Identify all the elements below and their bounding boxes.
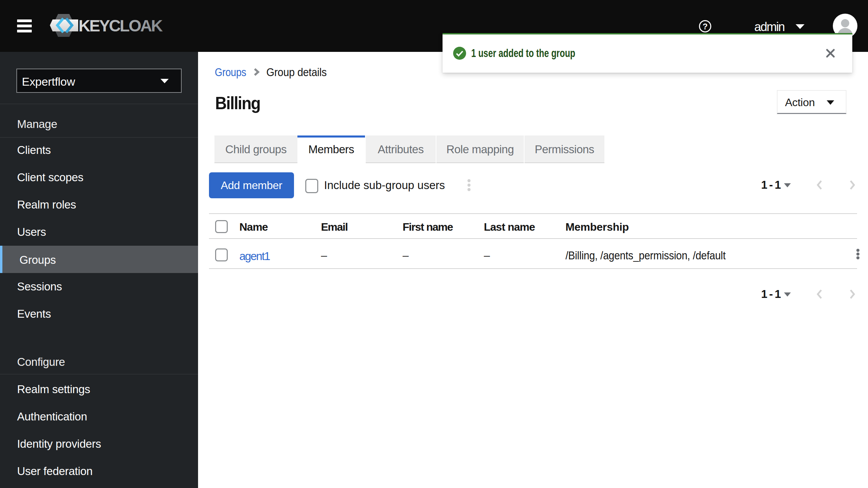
svg-text:?: ?: [703, 22, 708, 31]
svg-text:KEYCLOAK: KEYCLOAK: [79, 17, 163, 35]
